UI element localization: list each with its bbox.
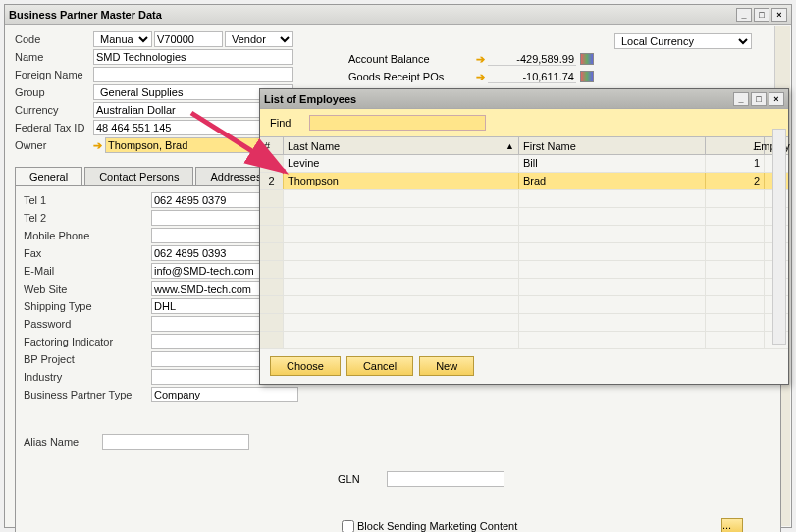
main-title: Business Partner Master Data: [9, 9, 162, 21]
col-firstname[interactable]: First Name: [519, 137, 706, 154]
col-num[interactable]: #: [260, 137, 284, 154]
modal-titlebar: List of Employees _ □ ×: [260, 89, 788, 109]
field-label: Factoring Indicator: [24, 336, 151, 347]
owner-link-arrow-icon[interactable]: ➔: [93, 139, 102, 152]
bp-type-select[interactable]: Vendor: [225, 31, 293, 47]
field-label: Web Site: [24, 283, 151, 294]
foreign-name-input[interactable]: [93, 67, 293, 82]
table-row[interactable]: 2ThompsonBrad2: [260, 173, 788, 190]
main-titlebar: Business Partner Master Data _ □ ×: [5, 5, 791, 25]
modal-close-button[interactable]: ×: [769, 92, 784, 106]
code-label: Code: [15, 33, 93, 45]
owner-label: Owner: [15, 139, 93, 151]
cancel-button[interactable]: Cancel: [346, 356, 413, 376]
group-label: Group: [15, 86, 93, 98]
chart-icon[interactable]: [580, 53, 594, 65]
gln-label: GLN: [338, 473, 387, 485]
employees-grid: # Last Name▲ First Name Employ...Employ …: [260, 136, 788, 349]
field-label: Business Partner Type: [24, 389, 151, 400]
minimize-button[interactable]: _: [736, 8, 752, 22]
field-label: BP Project: [24, 353, 151, 365]
field-label: Tel 1: [24, 194, 151, 206]
name-input[interactable]: [93, 49, 293, 65]
choose-button[interactable]: Choose: [270, 356, 341, 376]
cell-firstname: Brad: [519, 173, 706, 189]
alias-label: Alias Name: [24, 436, 102, 448]
currency-label: Currency: [15, 104, 93, 116]
balance-label-0: Account Balance: [348, 53, 476, 65]
block-detail-button[interactable]: ...: [721, 518, 743, 532]
alias-input[interactable]: [102, 434, 249, 450]
new-button[interactable]: New: [419, 356, 474, 376]
cell-lastname: Thompson: [284, 173, 519, 189]
field-label: Industry: [24, 371, 151, 383]
field-label: Password: [24, 318, 151, 330]
table-row[interactable]: 1LevineBill1: [260, 155, 788, 173]
field-input-11[interactable]: [151, 387, 298, 402]
balance-link-icon[interactable]: ➔: [476, 71, 485, 83]
grid-header: # Last Name▲ First Name Employ...Employ: [260, 137, 788, 155]
balance-link-icon[interactable]: ➔: [476, 53, 485, 66]
tab-contact-persons[interactable]: Contact Persons: [84, 167, 193, 186]
find-label: Find: [270, 117, 309, 129]
cell-lastname: Levine: [284, 155, 519, 172]
cell-employ: 2: [706, 173, 765, 189]
modal-maximize-button[interactable]: □: [751, 92, 767, 106]
field-label: Tel 2: [24, 212, 151, 224]
local-currency-select[interactable]: Local Currency: [614, 33, 752, 49]
cell-firstname: Bill: [519, 155, 706, 172]
col-lastname[interactable]: Last Name▲: [284, 137, 519, 154]
balance-label-1: Goods Receipt POs: [348, 71, 476, 82]
field-label: Mobile Phone: [24, 230, 151, 241]
sort-asc-icon: ▲: [505, 141, 514, 151]
balance-value-1: -10,611.74: [488, 71, 576, 83]
cell-num: 1: [260, 155, 284, 172]
gln-input[interactable]: [387, 471, 504, 487]
chart-icon[interactable]: [580, 71, 594, 82]
fedtax-label: Federal Tax ID: [15, 122, 93, 133]
cell-num: 2: [260, 173, 284, 189]
field-label: Shipping Type: [24, 300, 151, 312]
modal-title: List of Employees: [264, 93, 356, 105]
maximize-button[interactable]: □: [754, 8, 769, 22]
modal-minimize-button[interactable]: _: [733, 92, 749, 106]
block-marketing-checkbox[interactable]: [342, 520, 354, 533]
find-row: Find: [260, 109, 788, 136]
foreign-name-label: Foreign Name: [15, 69, 93, 80]
name-label: Name: [15, 51, 93, 63]
cell-employ: 1: [706, 155, 765, 172]
field-label: Fax: [24, 247, 151, 259]
block-marketing-label: Block Sending Marketing Content: [357, 520, 517, 532]
col-employ[interactable]: Employ...Employ: [706, 137, 765, 154]
find-input[interactable]: [309, 115, 486, 131]
field-label: E-Mail: [24, 265, 151, 277]
balance-value-0: -429,589.99: [488, 53, 576, 66]
code-input[interactable]: [154, 31, 223, 47]
code-type-select[interactable]: Manual: [93, 31, 152, 47]
grid-scrollbar[interactable]: [772, 129, 786, 345]
tab-general[interactable]: General: [15, 167, 82, 186]
employees-modal: List of Employees _ □ × Find # Last Name…: [259, 88, 789, 385]
close-button[interactable]: ×: [771, 8, 787, 22]
